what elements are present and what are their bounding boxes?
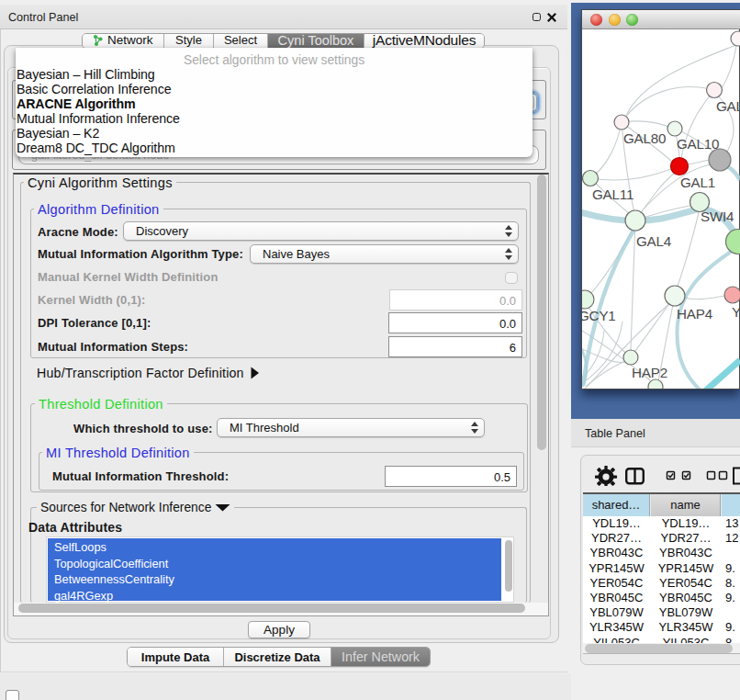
svg-text:GAL10: GAL10 [677,136,719,152]
svg-text:HAP2: HAP2 [632,365,667,380]
svg-text:SWI4: SWI4 [701,209,734,224]
svg-text:GAL1: GAL1 [680,175,715,190]
svg-text:Y: Y [732,304,740,320]
svg-text:GAL11: GAL11 [592,186,633,202]
svg-text:GCY1: GCY1 [582,308,616,323]
svg-text:HAP4: HAP4 [677,306,712,322]
svg-text:GAL80: GAL80 [623,130,666,146]
svg-text:GAL4: GAL4 [636,233,671,249]
svg-text:GAL2: GAL2 [716,98,740,114]
